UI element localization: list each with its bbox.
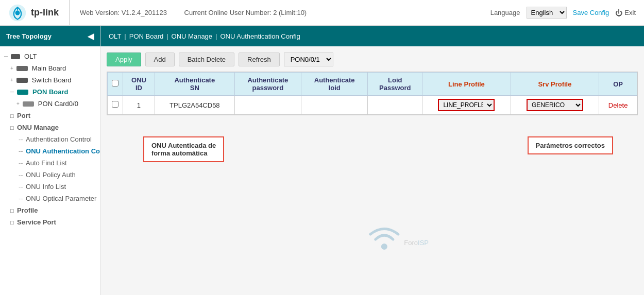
onu-manage-expand-icon: □ [10,125,14,131]
sidebar-item-auto-find[interactable]: -- Auto Find List [0,157,100,169]
watermark-isp: ISP [418,239,429,247]
exit-label: Exit [624,9,636,16]
onu-optical-sep: -- [19,195,23,202]
auto-find-sep: -- [19,159,23,167]
row-checkbox [108,96,123,115]
sidebar-header: Tree Topology ◀ [0,26,100,46]
online-users: Current Online User Number: 2 (Limit:10) [184,9,307,16]
pon-card-expand-icon: + [16,101,20,107]
col-header-onu-id: ONUID [123,73,155,96]
olt-expand-icon: ─ [4,54,8,59]
logo-text: tp-link [31,7,59,18]
col-header-op: OP [599,73,637,96]
main-board-expand-icon: + [10,65,13,71]
profile-label: Profile [17,206,38,214]
sidebar-tree: ─ OLT + Main Board + Switch Board ─ PON … [0,46,100,295]
tp-link-logo-icon [8,4,27,22]
sidebar-item-main-board[interactable]: + Main Board [0,62,100,74]
header-right: Language English Spanish Chinese Save Co… [490,7,636,19]
table-row: 1 TPLG2A54CD58 LINE_PROFLE_1 [108,96,637,115]
row-select-checkbox[interactable] [112,101,118,108]
toolbar: Apply Add Batch Delete Refresh PON0/0/1 … [107,53,638,66]
switch-board-icon [16,78,28,83]
select-all-checkbox[interactable] [112,80,118,86]
srv-profile-select[interactable]: GENERICO [527,99,583,111]
row-srv-profile: GENERICO [511,96,599,115]
exit-button[interactable]: ⏻ Exit [615,9,636,17]
sidebar-item-olt[interactable]: ─ OLT [0,50,100,62]
sidebar-item-pon-board[interactable]: ─ PON Board [0,86,100,98]
onu-table: ONUID AuthenticateSN Authenticatepasswor… [107,72,637,115]
sidebar-item-auth-control[interactable]: -- Authentication Control [0,133,100,145]
breadcrumb-sep-2: | [166,32,168,40]
pon-card-label: PON Card0/0 [38,100,78,108]
main-board-icon [16,66,28,71]
onu-info-label: ONU Info List [26,183,66,190]
content-area: OLT | PON Board | ONU Manage | ONU Authe… [100,26,644,295]
col-header-auth-password: Authenticatepassword [234,73,301,96]
watermark-text-area: ForoISP [404,239,429,247]
port-label: Port [17,112,30,119]
table-container: ONUID AuthenticateSN Authenticatepasswor… [107,72,638,115]
sidebar-item-port[interactable]: □ Port [0,110,100,122]
onu-info-sep: -- [19,183,23,190]
sidebar-item-profile[interactable]: □ Profile [0,204,100,216]
pon-board-icon [17,90,28,95]
tooltip-onu-auto: ONU Autenticada deforma automática [143,136,224,162]
sidebar-item-onu-info[interactable]: -- ONU Info List [0,181,100,193]
olt-label: OLT [24,53,37,60]
row-line-profile: LINE_PROFLE_1 [422,96,511,115]
switch-board-label: Switch Board [32,76,72,84]
watermark: ForoISP [366,221,429,264]
row-op: Delete [599,96,637,115]
pon-selector[interactable]: PON0/0/1 PON0/0/2 PON0/0/3 PON0/0/4 [284,53,333,66]
row-auth-password [234,96,301,115]
delete-button[interactable]: Delete [608,101,628,109]
save-config-button[interactable]: Save Config [573,9,609,16]
breadcrumb-sep-1: | [124,32,126,40]
batch-delete-button[interactable]: Batch Delete [179,53,234,66]
line-profile-select[interactable]: LINE_PROFLE_1 [438,99,495,111]
onu-auth-config-label: ONU Authentication Config [26,147,100,155]
sidebar-item-onu-auth-config[interactable]: -- ONU Authentication Config [0,145,100,157]
row-onu-id: 1 [123,96,155,115]
language-select[interactable]: English Spanish Chinese [527,7,567,19]
col-header-checkbox [108,73,123,96]
sidebar-item-pon-card[interactable]: + PON Card0/0 [0,98,100,110]
row-auth-sn: TPLG2A54CD58 [155,96,234,115]
pon-card-icon [23,101,34,107]
sidebar-item-onu-policy[interactable]: -- ONU Policy Auth [0,169,100,181]
language-label: Language [490,9,520,16]
col-header-auth-loid: Authenticateloid [301,73,367,96]
sidebar-item-switch-board[interactable]: + Switch Board [0,74,100,86]
apply-button[interactable]: Apply [107,53,141,66]
service-port-expand-icon: □ [10,219,14,225]
add-button[interactable]: Add [145,53,175,66]
svg-point-3 [381,244,387,250]
breadcrumb-onu-auth-config: ONU Authentication Config [220,32,300,40]
main-board-label: Main Board [32,64,66,72]
breadcrumb: OLT | PON Board | ONU Manage | ONU Authe… [100,26,644,46]
refresh-button[interactable]: Refresh [239,53,280,66]
main-layout: Tree Topology ◀ ─ OLT + Main Board + Swi… [0,26,644,295]
sidebar-item-onu-optical[interactable]: -- ONU Optical Parameter [0,193,100,204]
row-loid-password [368,96,422,115]
tooltip-params-text: Parámetros correctos [536,142,605,149]
sidebar-toggle-button[interactable]: ◀ [88,31,94,41]
breadcrumb-olt: OLT [109,32,121,40]
profile-expand-icon: □ [10,207,14,214]
pon-board-expand-icon: ─ [10,89,14,95]
onu-auth-sep: -- [19,147,23,155]
service-port-label: Service Port [17,218,56,226]
sidebar-item-onu-manage[interactable]: □ ONU Manage [0,122,100,133]
sidebar-title: Tree Topology [6,32,52,40]
onu-policy-label: ONU Policy Auth [26,171,76,179]
pon-board-label: PON Board [32,88,68,96]
breadcrumb-onu-manage: ONU Manage [172,32,212,40]
web-version: Web Version: V1.2.4_201123 [80,9,167,16]
header-info: Web Version: V1.2.4_201123 Current Onlin… [80,9,490,16]
breadcrumb-pon-board: PON Board [129,32,163,40]
sidebar-item-service-port[interactable]: □ Service Port [0,216,100,228]
sidebar: Tree Topology ◀ ─ OLT + Main Board + Swi… [0,26,100,295]
port-expand-icon: □ [10,113,14,119]
